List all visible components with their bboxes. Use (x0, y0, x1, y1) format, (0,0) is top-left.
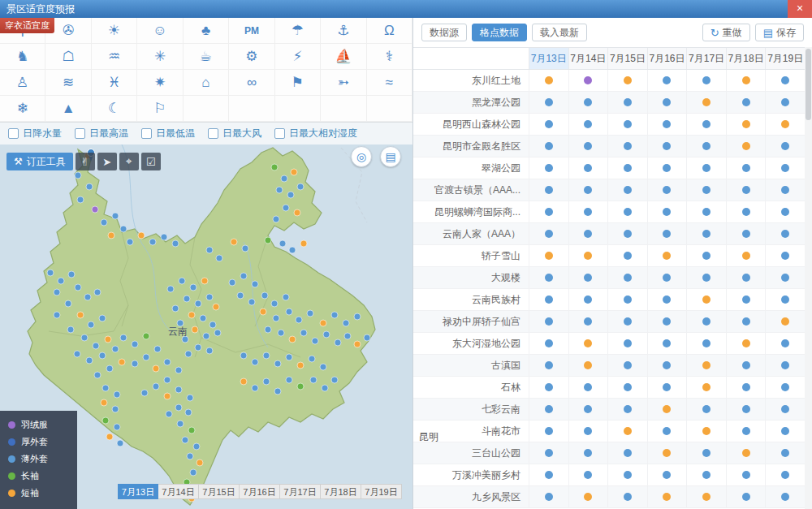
suitability-cell[interactable] (726, 136, 766, 157)
checkbox-box[interactable] (141, 128, 152, 139)
suitability-cell[interactable] (686, 486, 726, 507)
station-dot[interactable] (120, 334, 127, 341)
pm25-icon[interactable]: PM (229, 18, 274, 44)
suitability-cell[interactable] (765, 311, 805, 332)
station-dot[interactable] (179, 278, 185, 284)
station-dot[interactable] (58, 278, 64, 284)
suitability-cell[interactable] (607, 136, 647, 157)
suitability-dot[interactable] (663, 274, 671, 282)
station-dot[interactable] (114, 424, 120, 430)
station-dot[interactable] (248, 299, 255, 305)
suitability-cell[interactable] (726, 442, 766, 464)
station-dot[interactable] (188, 427, 195, 434)
suitability-dot[interactable] (702, 361, 710, 369)
station-dot[interactable] (108, 232, 114, 239)
legend-item[interactable]: 薄外套 (8, 451, 77, 468)
station-dot[interactable] (287, 192, 294, 198)
suitability-dot[interactable] (584, 427, 592, 435)
suitability-dot[interactable] (781, 76, 789, 84)
check-select-icon[interactable]: ☑ (141, 153, 161, 170)
suitability-dot[interactable] (584, 274, 592, 282)
station-dot[interactable] (252, 385, 258, 391)
legend-item[interactable]: 厚外套 (8, 434, 77, 451)
suitability-cell[interactable] (765, 355, 805, 376)
element-checkbox[interactable]: 日最低温 (141, 127, 195, 140)
suitability-cell[interactable] (568, 486, 608, 507)
suitability-cell[interactable] (686, 136, 726, 157)
station-dot[interactable] (231, 239, 237, 245)
suitability-dot[interactable] (545, 383, 553, 391)
suitability-cell[interactable] (647, 70, 687, 91)
suitability-cell[interactable] (607, 289, 647, 310)
suitability-dot[interactable] (742, 361, 750, 369)
suitability-dot[interactable] (584, 98, 592, 106)
suitability-cell[interactable] (765, 114, 805, 135)
station-dot[interactable] (276, 187, 283, 193)
mosquito-icon[interactable]: ✳ (137, 44, 183, 70)
suitability-dot[interactable] (781, 142, 789, 150)
suitability-dot[interactable] (702, 295, 710, 304)
suitability-cell[interactable] (686, 399, 726, 420)
station-dot[interactable] (149, 239, 156, 245)
station-dot[interactable] (112, 406, 119, 412)
date-tab[interactable]: 7月15日 (199, 484, 240, 499)
suitability-dot[interactable] (624, 142, 632, 150)
station-dot[interactable] (77, 312, 84, 318)
fishing-icon[interactable]: ⚓ (321, 18, 366, 44)
suitability-cell[interactable] (568, 179, 608, 201)
suitability-dot[interactable] (702, 98, 710, 106)
suitability-cell[interactable] (647, 289, 687, 310)
zoom-select-icon[interactable]: ⌖ (119, 153, 139, 170)
station-dot[interactable] (297, 183, 304, 190)
station-dot[interactable] (185, 351, 192, 357)
station-dot[interactable] (67, 326, 74, 333)
station-dot[interactable] (166, 411, 172, 417)
station-dot[interactable] (94, 289, 101, 295)
suitability-dot[interactable] (663, 164, 671, 172)
suitability-cell[interactable] (529, 355, 568, 376)
suitability-cell[interactable] (765, 333, 805, 354)
station-dot[interactable] (364, 334, 370, 341)
suitability-cell[interactable] (607, 114, 647, 135)
suitability-dot[interactable] (663, 230, 671, 238)
suitability-dot[interactable] (742, 405, 750, 413)
station-dot[interactable] (286, 377, 292, 383)
table-header-date[interactable]: 7月14日 (568, 48, 608, 69)
swimming-icon[interactable]: ♒ (92, 44, 137, 70)
suitability-cell[interactable] (529, 245, 568, 266)
suitability-dot[interactable] (742, 186, 750, 194)
sun-icon[interactable]: ☀ (92, 18, 137, 44)
suitability-dot[interactable] (781, 274, 789, 282)
station-dot[interactable] (117, 440, 123, 446)
station-dot[interactable] (323, 331, 330, 338)
suitability-cell[interactable] (686, 245, 726, 266)
suitability-cell[interactable] (726, 114, 766, 135)
suitability-cell[interactable] (529, 136, 568, 157)
suitability-cell[interactable] (765, 223, 805, 244)
suitability-cell[interactable] (647, 245, 687, 266)
checkbox-box[interactable] (274, 128, 285, 139)
suitability-dot[interactable] (742, 120, 750, 128)
suitability-dot[interactable] (624, 274, 632, 282)
suitability-cell[interactable] (647, 377, 687, 398)
station-dot[interactable] (331, 312, 338, 318)
station-dot[interactable] (187, 453, 193, 459)
station-dot[interactable] (279, 240, 286, 247)
hunting-icon[interactable]: ➳ (321, 70, 366, 96)
station-dot[interactable] (164, 377, 171, 383)
suitability-dot[interactable] (742, 339, 750, 347)
suitability-cell[interactable] (686, 201, 726, 222)
suitability-dot[interactable] (663, 98, 671, 106)
suitability-cell[interactable] (686, 92, 726, 113)
suitability-dot[interactable] (584, 339, 592, 347)
suitability-dot[interactable] (702, 493, 710, 501)
suitability-cell[interactable] (726, 355, 766, 376)
station-dot[interactable] (106, 434, 113, 440)
suitability-cell[interactable] (529, 223, 568, 244)
suitability-dot[interactable] (584, 493, 592, 501)
station-dot[interactable] (177, 421, 184, 427)
suitability-cell[interactable] (765, 201, 805, 222)
suitability-dot[interactable] (742, 274, 750, 282)
suitability-dot[interactable] (663, 471, 671, 479)
seaside-icon[interactable]: ≈ (367, 70, 412, 96)
